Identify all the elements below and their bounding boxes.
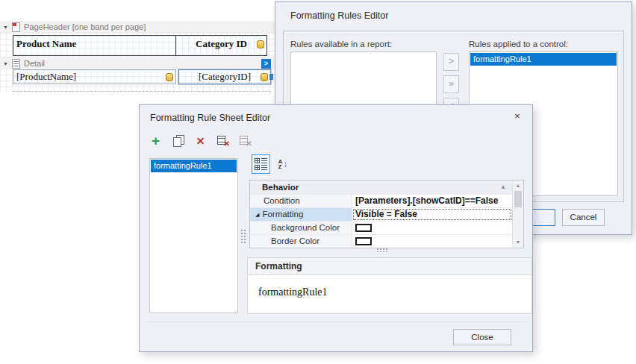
copy-icon (173, 135, 184, 146)
collapse-icon[interactable]: ▲ (500, 184, 506, 190)
color-swatch[interactable] (355, 224, 372, 232)
dialog-title: Formatting Rule Sheet Editor (150, 113, 270, 123)
scrollbar-thumb[interactable] (514, 191, 522, 207)
formatting-preview-text: formattingRule1 (248, 275, 531, 298)
property-label: Condition (250, 195, 352, 207)
applied-rules-label: Rules applied to a control: (469, 40, 568, 48)
rules-listbox[interactable]: formattingRule1 (149, 158, 238, 313)
band-pageheader[interactable]: ▼ PageHeader [one band per page] (0, 21, 275, 33)
cancel-button[interactable]: Cancel (562, 209, 605, 226)
property-label: Background Color (250, 222, 352, 234)
sort-alphabetical-button[interactable]: AZ ↓ (275, 156, 291, 172)
header-cell-category-label: Category ID (196, 38, 247, 49)
move-right-button[interactable]: > (443, 53, 459, 71)
band-collapse-icon[interactable]: ▼ (3, 61, 8, 66)
selection-handle[interactable] (269, 74, 273, 80)
property-label: ◢ Formatting (250, 208, 352, 221)
pageheader-band-icon (12, 22, 20, 32)
copy-rule-button[interactable] (169, 132, 187, 149)
expand-icon[interactable]: ◢ (255, 208, 259, 221)
data-binding-icon (261, 73, 268, 81)
formatting-preview-panel: formattingRule1 (247, 275, 532, 314)
page-margin-dashed-line (13, 91, 271, 92)
rule-toolbar: + ✕ ✕ ✕ (147, 132, 254, 152)
smart-tag-button[interactable]: > (261, 59, 271, 69)
remove-rule-from-sheet-button[interactable]: ✕ (214, 132, 231, 149)
band-collapse-icon[interactable]: ▼ (3, 25, 8, 30)
color-swatch[interactable] (355, 237, 372, 245)
horizontal-splitter-handle[interactable] (376, 248, 389, 252)
list-item[interactable]: formattingRule1 (151, 160, 237, 172)
down-arrow-icon: ↓ (283, 160, 287, 169)
band-detail[interactable]: ▼ Detail (0, 57, 275, 69)
close-button[interactable]: Close (453, 329, 511, 345)
property-label: Border Color (250, 235, 352, 248)
scroll-down-icon[interactable]: ▼ (513, 238, 523, 247)
detail-cell-product-label: [ProductName] (16, 71, 76, 82)
detail-band-icon (12, 59, 20, 69)
property-value[interactable] (352, 235, 512, 248)
property-value[interactable]: Visible = False (352, 208, 512, 221)
delete-rule-button[interactable]: ✕ (192, 132, 209, 149)
property-grid-scrollbar[interactable]: ▲ ▼ (512, 181, 523, 248)
scroll-up-icon[interactable]: ▲ (513, 181, 523, 190)
detail-cell-category-id-selected[interactable]: [CategoryID] (178, 69, 271, 84)
remove-rule-from-sheet-disabled-button: ✕ (237, 132, 254, 149)
plus-icon: + (152, 134, 160, 148)
footer-separator (147, 321, 526, 322)
rule-sheet-remove-icon: ✕ (217, 135, 228, 146)
list-item[interactable]: formattingRule1 (470, 53, 617, 66)
rule-sheet-remove-disabled-icon: ✕ (240, 135, 251, 146)
vertical-splitter-handle[interactable] (240, 229, 246, 243)
property-row-background-color[interactable]: Background Color (250, 221, 512, 234)
property-value[interactable] (352, 222, 512, 234)
add-rule-button[interactable]: + (147, 132, 164, 149)
az-icon: AZ (278, 159, 282, 169)
detail-cell-category-label: [CategoryID] (199, 71, 251, 82)
category-label: Behavior (262, 183, 299, 192)
header-cell-category-id[interactable]: Category ID (175, 35, 267, 56)
available-rules-label: Rules available in a report: (290, 40, 392, 48)
detail-cell-product-name[interactable]: [ProductName] (13, 69, 176, 84)
header-cell-product-label: Product Name (16, 38, 76, 49)
dialog-title: Formatting Rules Editor (290, 10, 388, 21)
data-binding-icon (166, 73, 173, 81)
header-cell-product-name[interactable]: Product Name (13, 35, 176, 56)
categorized-view-button[interactable] (252, 154, 270, 174)
move-all-right-button[interactable]: » (443, 75, 459, 93)
delete-x-icon: ✕ (196, 135, 205, 147)
data-binding-icon (257, 40, 264, 48)
band-pageheader-label: PageHeader [one band per page] (24, 22, 146, 31)
property-row-condition[interactable]: Condition [Parameters].[showCatID]==Fals… (250, 194, 512, 207)
app-window: ▼ PageHeader [one band per page] Product… (0, 0, 636, 364)
close-icon[interactable]: × (511, 110, 523, 122)
band-detail-label: Detail (24, 59, 45, 68)
formatting-rule-sheet-editor-dialog: Formatting Rule Sheet Editor × + ✕ ✕ ✕ f… (139, 104, 533, 352)
property-row-formatting[interactable]: ◢ Formatting Visible = False (250, 207, 512, 221)
formatting-preview-header: Formatting (247, 257, 532, 275)
categorized-icon (255, 158, 267, 170)
property-row-border-color[interactable]: Border Color (250, 234, 512, 248)
property-category-behavior[interactable]: Behavior ▲ (250, 181, 512, 194)
property-value[interactable]: [Parameters].[showCatID]==False (352, 195, 512, 207)
property-grid: Behavior ▲ Condition [Parameters].[showC… (249, 180, 524, 248)
property-label-text: Formatting (262, 208, 303, 221)
